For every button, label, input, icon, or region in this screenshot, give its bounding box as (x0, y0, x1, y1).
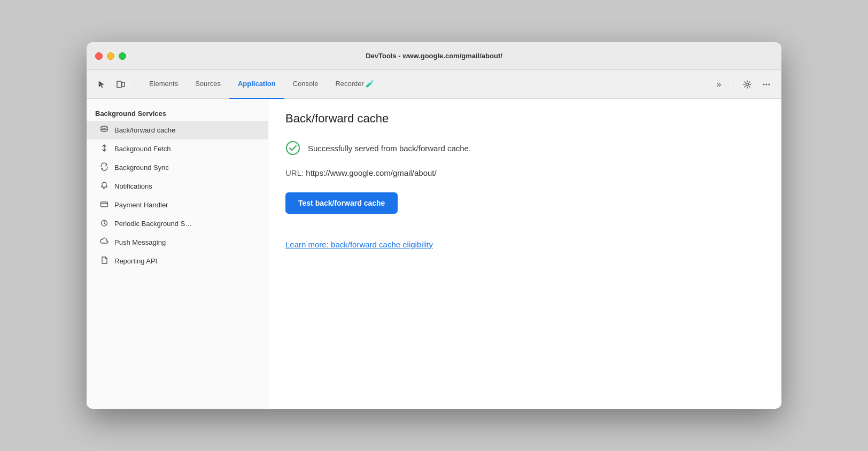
svg-rect-1 (122, 82, 125, 87)
main-content: Background Services Back/forward cache (87, 99, 781, 409)
sidebar-section-title: Background Services (87, 105, 268, 121)
tab-elements[interactable]: Elements (141, 70, 187, 99)
tab-console[interactable]: Console (284, 70, 327, 99)
toolbar-tabs: Elements Sources Application Console Rec… (141, 70, 708, 98)
url-value: https://www.google.com/gmail/about/ (306, 168, 436, 177)
sidebar-item-periodic-background-sync[interactable]: Periodic Background S… (87, 214, 268, 233)
content-panel: Back/forward cache Successfully served f… (268, 99, 781, 409)
sidebar: Background Services Back/forward cache (87, 99, 268, 409)
toolbar-divider-1 (135, 77, 135, 92)
sidebar-item-label: Background Sync (114, 164, 169, 172)
arrow-updown-icon (99, 144, 109, 154)
device-icon (117, 80, 125, 89)
database-icon (99, 125, 109, 135)
refresh-icon (99, 162, 109, 173)
more-tabs-button[interactable]: » (710, 76, 727, 93)
svg-point-6 (101, 126, 107, 128)
svg-point-9 (286, 142, 299, 154)
window-title: DevTools - www.google.com/gmail/about/ (366, 52, 502, 60)
sidebar-item-label: Periodic Background S… (114, 220, 192, 228)
url-row: URL: https://www.google.com/gmail/about/ (285, 168, 764, 177)
test-cache-button[interactable]: Test back/forward cache (285, 192, 398, 214)
more-options-button[interactable] (758, 76, 775, 93)
settings-button[interactable] (739, 76, 756, 93)
toolbar-divider-2 (733, 77, 733, 92)
content-title: Back/forward cache (285, 112, 764, 126)
svg-rect-0 (117, 81, 121, 88)
svg-point-5 (769, 83, 770, 85)
devtools-window: DevTools - www.google.com/gmail/about/ E… (87, 42, 781, 409)
title-bar: DevTools - www.google.com/gmail/about/ (87, 42, 781, 70)
tab-application[interactable]: Application (229, 70, 284, 99)
maximize-button[interactable] (119, 52, 126, 60)
sidebar-item-label: Payment Handler (114, 201, 168, 209)
clock-icon (99, 219, 109, 229)
sidebar-item-background-sync[interactable]: Background Sync (87, 158, 268, 177)
url-label: URL: (285, 168, 304, 177)
sidebar-item-label: Back/forward cache (114, 126, 175, 134)
sidebar-item-back-forward-cache[interactable]: Back/forward cache (87, 121, 268, 139)
svg-rect-7 (101, 202, 108, 207)
toolbar: Elements Sources Application Console Rec… (87, 70, 781, 99)
sidebar-item-background-fetch[interactable]: Background Fetch (87, 139, 268, 158)
cursor-icon (97, 80, 106, 89)
device-toggle-button[interactable] (112, 76, 129, 93)
bell-icon (99, 181, 109, 191)
credit-card-icon (99, 200, 109, 210)
success-check-icon (285, 141, 300, 155)
svg-point-4 (766, 83, 768, 85)
sidebar-item-payment-handler[interactable]: Payment Handler (87, 196, 268, 214)
svg-point-3 (763, 83, 765, 85)
status-row: Successfully served from back/forward ca… (285, 141, 764, 155)
sidebar-item-notifications[interactable]: Notifications (87, 177, 268, 196)
sidebar-item-label: Background Fetch (114, 145, 171, 153)
close-button[interactable] (95, 52, 103, 60)
sidebar-item-reporting-api[interactable]: Reporting API (87, 252, 268, 270)
cloud-icon (99, 237, 109, 247)
tab-sources[interactable]: Sources (187, 70, 229, 99)
minimize-button[interactable] (107, 52, 114, 60)
status-text: Successfully served from back/forward ca… (308, 144, 471, 153)
sidebar-item-label: Notifications (114, 182, 152, 190)
content-divider (285, 229, 764, 229)
sidebar-item-label: Push Messaging (114, 238, 166, 246)
gear-icon (743, 80, 751, 89)
sidebar-item-push-messaging[interactable]: Push Messaging (87, 233, 268, 252)
cursor-icon-button[interactable] (93, 76, 110, 93)
sidebar-item-label: Reporting API (114, 257, 157, 265)
traffic-lights (95, 52, 126, 60)
svg-point-2 (746, 83, 749, 85)
toolbar-right: » (710, 76, 775, 93)
ellipsis-icon (762, 80, 771, 89)
file-icon (99, 256, 109, 266)
tab-recorder[interactable]: Recorder 🧪 (327, 70, 383, 99)
learn-more-link[interactable]: Learn more: back/forward cache eligibili… (285, 240, 433, 249)
